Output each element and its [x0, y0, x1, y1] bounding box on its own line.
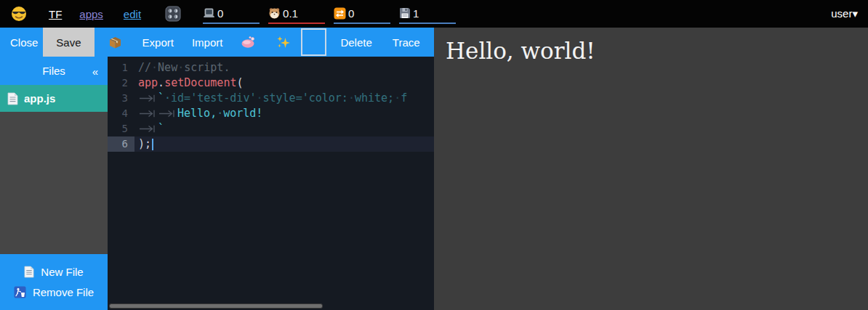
- preview-text: Hello, world!: [446, 38, 595, 64]
- stat-field-repeat[interactable]: 0: [334, 4, 390, 24]
- code-line: 2 app.setDocument(: [108, 76, 434, 91]
- line-number: 3: [108, 91, 134, 106]
- remove-file-icon: [14, 286, 26, 298]
- code-line: 1 //·New·script.: [108, 60, 434, 76]
- stat-value: 0.1: [283, 7, 298, 20]
- code-token-method: setDocument: [164, 76, 236, 91]
- stat-value: 0: [348, 7, 354, 20]
- stat-field-hamster[interactable]: 0.1: [268, 4, 325, 24]
- soap-icon[interactable]: [241, 36, 256, 49]
- main-area: Close Save Export Import: [0, 28, 868, 310]
- tab-indicator-icon: [139, 110, 157, 118]
- topbar: TF apps edit 0: [0, 0, 868, 28]
- line-number: 5: [108, 121, 134, 136]
- empty-toolbar-button[interactable]: [301, 28, 326, 56]
- save-button[interactable]: Save: [43, 28, 94, 57]
- tab-indicator-icon: [139, 94, 157, 102]
- laptop-icon: [203, 8, 215, 19]
- code-editor[interactable]: 1 //·New·script. 2 app.setDocument( 3 `·…: [108, 57, 434, 310]
- collapse-sidebar-button[interactable]: «: [92, 65, 98, 77]
- line-number: 4: [108, 106, 134, 121]
- stat-value: 1: [413, 7, 419, 20]
- code-token-comment: //·New·script.: [138, 60, 230, 76]
- code-line-active: 6 );: [108, 136, 434, 152]
- files-title: Files: [42, 65, 65, 77]
- code-line: 5 `: [108, 121, 434, 136]
- hamster-icon: [268, 7, 281, 19]
- code-token-punctuation: .: [158, 76, 164, 91]
- code-token-punctuation: );: [138, 136, 151, 152]
- repeat-icon: [334, 7, 346, 20]
- sparkles-icon[interactable]: [276, 35, 291, 49]
- tab-indicator-icon: [139, 125, 157, 133]
- trace-button[interactable]: Trace: [393, 36, 420, 49]
- horizontal-scrollbar-thumb[interactable]: [109, 303, 323, 309]
- export-button[interactable]: Export: [142, 36, 174, 49]
- file-name: app.js: [24, 92, 55, 105]
- document-icon: [7, 92, 18, 105]
- nav-link-apps[interactable]: apps: [79, 8, 103, 20]
- sidebar-actions: New File Remove File: [0, 254, 108, 310]
- remove-file-button[interactable]: Remove File: [0, 286, 108, 298]
- tab-indicator-icon: [158, 110, 177, 118]
- app-preview-pane: Hello, world!: [434, 28, 868, 310]
- stat-field-floppy[interactable]: 1: [399, 4, 456, 24]
- files-header: Files «: [0, 57, 108, 85]
- line-number: 2: [108, 76, 134, 91]
- new-file-button[interactable]: New File: [0, 266, 108, 278]
- new-file-label: New File: [41, 266, 83, 278]
- delete-button[interactable]: Delete: [340, 36, 371, 49]
- close-button[interactable]: Close: [10, 36, 38, 49]
- new-file-icon: [24, 266, 34, 278]
- stat-value: 0: [217, 7, 223, 20]
- package-icon[interactable]: [108, 36, 122, 49]
- sunglasses-face-icon[interactable]: [11, 6, 27, 22]
- code-token-string: `·id='test-div'·style='color:·white;·f: [158, 91, 407, 106]
- editor-toolbar: Close Save Export Import: [0, 28, 434, 57]
- files-sidebar: Files « app.js: [0, 57, 108, 310]
- code-line: 4 Hello,·world!: [108, 106, 434, 121]
- text-cursor: [152, 139, 153, 150]
- brand-link[interactable]: TF: [49, 8, 62, 20]
- code-token-string: `: [158, 121, 164, 136]
- remove-file-label: Remove File: [33, 286, 94, 298]
- import-button[interactable]: Import: [192, 36, 223, 49]
- code-line: 3 `·id='test-div'·style='color:·white;·f: [108, 91, 434, 106]
- code-token-variable: app: [138, 76, 158, 91]
- code-token-punctuation: (: [236, 76, 243, 91]
- file-item-appjs[interactable]: app.js: [0, 85, 108, 112]
- sidebar-empty-space: [0, 112, 108, 254]
- stat-field-laptop[interactable]: 0: [203, 4, 260, 24]
- floppy-icon: [399, 7, 411, 19]
- line-number: 6: [108, 136, 134, 152]
- line-number: 1: [108, 60, 134, 76]
- nav-link-edit[interactable]: edit: [124, 8, 141, 20]
- code-token-string: Hello,·world!: [177, 106, 262, 121]
- dice-icon[interactable]: [165, 6, 181, 22]
- user-menu[interactable]: user▾: [831, 7, 858, 20]
